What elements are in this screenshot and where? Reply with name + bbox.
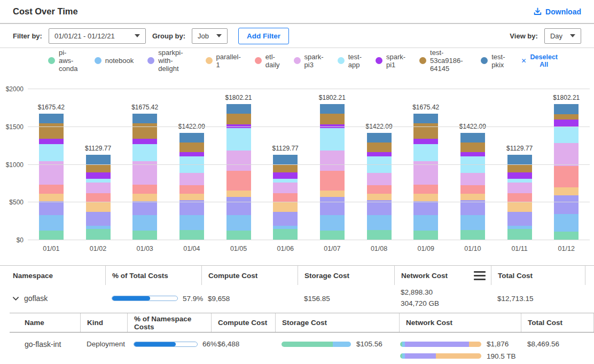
bar-segment-spark-pi1 (179, 152, 204, 157)
bar-segment-parallel-1 (413, 194, 438, 202)
chart-bar-01-11[interactable]: $1129.77 (496, 89, 543, 240)
bar-segment-spark-pi1 (554, 120, 579, 126)
bar-segment-test-53ca9186-64145 (507, 165, 532, 172)
workload-name-cell: go-flask-int (10, 341, 80, 348)
bar-segment-notebook (320, 215, 345, 230)
x-axis-label: 01/01 (28, 240, 75, 252)
total-cost-cell: $8,469.56 (521, 341, 594, 348)
date-range-select[interactable]: 01/01/21 - 01/12/21 (49, 28, 146, 44)
bar-segment-spark-pi1 (507, 172, 532, 179)
bar-segment-notebook (554, 214, 579, 232)
chart-bar-01-08[interactable]: $1422.09 (356, 89, 403, 240)
bar-segment-test-53ca9186-64145 (273, 165, 298, 172)
pct-total-cell: 57.9% (105, 295, 201, 303)
add-filter-button[interactable]: Add Filter (238, 28, 289, 44)
network-cost-cell: $2,898.30 304,720 GB (394, 287, 491, 310)
bar-segment-sparkpi-with-delight (86, 212, 111, 226)
gridline (28, 202, 590, 202)
bar-segment-spark-pi3 (460, 173, 485, 185)
legend-item-label: test-app (348, 53, 362, 69)
bar-total-label: $1129.77 (506, 145, 533, 152)
col-header-namespace: Namespace (9, 266, 105, 285)
series-color-dot (255, 57, 262, 64)
chart-bar-01-05[interactable]: $1802.21 (215, 89, 262, 240)
bar-segment-test-53ca9186-64145 (367, 143, 392, 152)
bar-segment-test-53ca9186-64145 (132, 123, 157, 139)
network-cost-value: $2,898.30 (401, 287, 491, 298)
network-volume-bar (400, 353, 481, 359)
view-by-select[interactable]: Day (544, 28, 581, 44)
legend-item-test-53ca9186-64145[interactable]: test-53ca9186-64145 (419, 49, 467, 73)
group-by-select[interactable]: Job (192, 28, 228, 44)
bar-segment-sparkpi-with-delight (179, 200, 204, 215)
bar-segment-test-app (226, 128, 251, 151)
bar-segment-pi-aws-conda (226, 231, 251, 240)
bar-segment-spark-pi1 (460, 152, 485, 157)
chart-bar-01-10[interactable]: $1422.09 (449, 89, 496, 240)
chart-bar-01-07[interactable]: $1802.21 (309, 89, 356, 240)
pct-namespace-cell: 66% (127, 341, 211, 348)
bar-segment-test-pkix (179, 133, 204, 143)
chart-bar-01-04[interactable]: $1422.09 (168, 89, 215, 240)
x-axis-label: 01/09 (402, 240, 449, 252)
storage-cost-cell: $156.85 (298, 295, 394, 303)
gridline (28, 240, 590, 240)
bar-segment-spark-pi1 (86, 172, 111, 179)
mini-bar-segment (436, 353, 481, 359)
bar-total-label: $1802.21 (553, 94, 580, 101)
storage-cost-bar (282, 342, 351, 347)
storage-cost-cell: $105.56 (275, 341, 399, 348)
legend-item-notebook[interactable]: notebook (95, 57, 134, 65)
legend-item-spark-pi1[interactable]: spark-pi1 (376, 53, 405, 69)
bar-segment-test-pkix (460, 133, 485, 143)
chart-bar-01-02[interactable]: $1129.77 (75, 89, 122, 240)
legend-item-parallel-1[interactable]: parallel-1 (206, 53, 241, 69)
bar-stack (367, 133, 392, 240)
bar-segment-spark-pi3 (273, 183, 298, 193)
download-button[interactable]: Download (534, 7, 581, 16)
bar-segment-test-pkix (226, 104, 251, 114)
compute-cost-cell: $6,488 (211, 341, 275, 348)
bar-segment-notebook (226, 215, 251, 230)
x-axis-label: 01/02 (75, 240, 122, 252)
chart-bar-01-09[interactable]: $1675.42 (402, 89, 449, 240)
col-header-pct-namespace: % of Namespace Costs (127, 313, 211, 332)
bar-segment-parallel-1 (179, 194, 204, 200)
legend-item-etl-daily[interactable]: etl-daily (255, 53, 280, 69)
legend-item-sparkpi-with-delight[interactable]: sparkpi-with-delight (147, 49, 191, 73)
bars-row: $1675.42$1129.77$1675.42$1422.09$1802.21… (28, 89, 590, 240)
chart-bar-01-03[interactable]: $1675.42 (121, 89, 168, 240)
legend-item-pi-aws-conda[interactable]: pi-aws-conda (48, 49, 81, 73)
bar-segment-pi-aws-conda (86, 229, 111, 240)
legend-item-spark-pi3[interactable]: spark-pi3 (294, 53, 324, 69)
chart-legend: pi-aws-condanotebooksparkpi-with-delight… (0, 48, 594, 73)
bar-stack (132, 114, 157, 240)
network-cost-header-label: Network Cost (401, 272, 448, 280)
bar-segment-test-app (554, 126, 579, 143)
legend-item-test-app[interactable]: test-app (338, 53, 362, 69)
bar-total-label: $1129.77 (272, 145, 299, 152)
chevron-down-icon[interactable] (13, 296, 19, 302)
x-axis-label: 01/12 (543, 240, 590, 252)
bar-segment-test-pkix (367, 133, 392, 143)
bar-segment-parallel-1 (226, 191, 251, 197)
deselect-all-button[interactable]: ✕ Deselect All (521, 53, 558, 68)
workload-table: Name Kind % of Namespace Costs Compute C… (10, 313, 594, 360)
storage-cost-value: $105.56 (356, 341, 382, 348)
chart-bar-01-01[interactable]: $1675.42 (28, 89, 75, 240)
bar-segment-pi-aws-conda (179, 230, 204, 240)
legend-item-test-pkix[interactable]: test-pkix (481, 53, 505, 69)
x-axis-label: 01/07 (309, 240, 356, 252)
table-row-goflask[interactable]: goflask 57.9% $9,658 $156.85 $2,898.30 3… (0, 285, 594, 313)
legend-item-label: spark-pi3 (304, 53, 324, 69)
bar-segment-parallel-1 (460, 194, 485, 200)
bar-segment-etl-daily (460, 185, 485, 194)
chart-bar-01-12[interactable]: $1802.21 (543, 89, 590, 240)
menu-icon[interactable] (474, 271, 486, 280)
bar-segment-sparkpi-with-delight (554, 195, 579, 214)
bar-segment-spark-pi3 (413, 161, 438, 185)
bar-segment-notebook (413, 215, 438, 231)
chart-bar-01-06[interactable]: $1129.77 (262, 89, 309, 240)
table-row-go-flask-int[interactable]: go-flask-int Deployment 66% $6,488 $105.… (10, 333, 594, 360)
group-by-label: Group by: (152, 32, 185, 40)
